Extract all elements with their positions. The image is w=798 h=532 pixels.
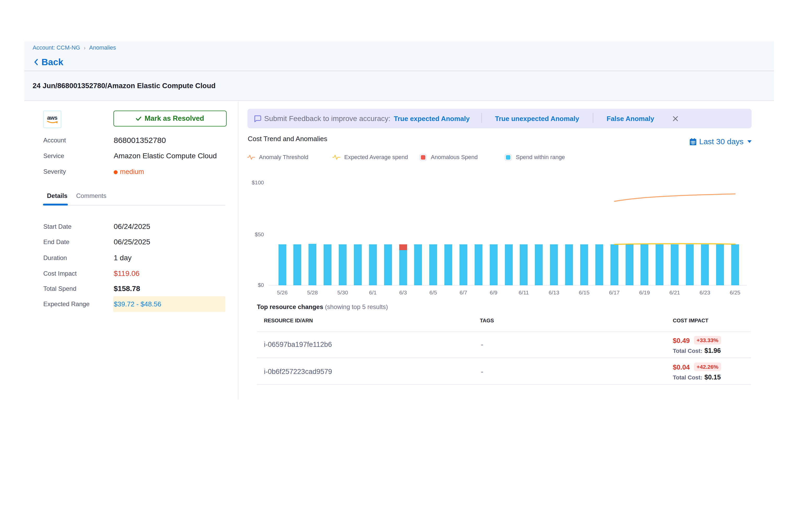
svg-text:aws: aws (47, 114, 57, 121)
